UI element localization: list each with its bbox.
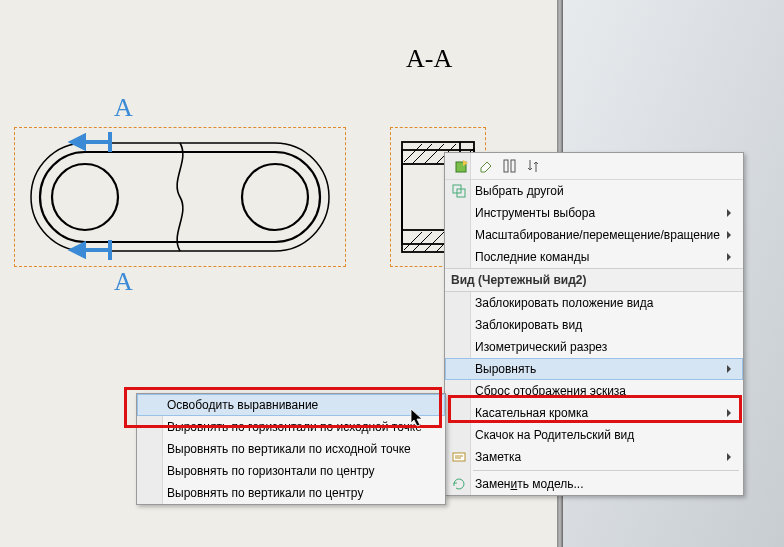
menu-item-label: Изометрический разрез	[475, 340, 607, 354]
section-mark-top: A	[114, 93, 133, 122]
menu-selection-tools[interactable]: Инструменты выбора	[445, 202, 743, 224]
menu-annotation[interactable]: Заметка	[445, 446, 743, 468]
select-other-icon	[451, 183, 467, 199]
menu-zoom-pan-rotate[interactable]: Масштабирование/перемещение/вращение	[445, 224, 743, 246]
submenu-align-horizontal-center[interactable]: Выровнять по горизонтали по центру	[137, 460, 445, 482]
section-mark-bottom: A	[114, 267, 133, 296]
menu-separator	[473, 470, 739, 471]
columns-icon[interactable]	[501, 157, 519, 175]
context-menu: Выбрать другой Инструменты выбора Масшта…	[444, 152, 744, 496]
replace-model-icon	[451, 476, 467, 492]
menu-lock-view-position[interactable]: Заблокировать положение вида	[445, 292, 743, 314]
svg-marker-7	[72, 244, 84, 256]
sort-icon[interactable]	[525, 157, 543, 175]
svg-rect-34	[453, 453, 465, 461]
svg-line-19	[424, 232, 444, 252]
svg-rect-31	[511, 160, 515, 172]
section-label: A-A	[406, 44, 452, 74]
menu-item-label: Заблокировать положение вида	[475, 296, 653, 310]
svg-line-17	[404, 232, 422, 250]
svg-rect-30	[504, 160, 508, 172]
context-toolbar	[445, 153, 743, 180]
menu-item-label: Выровнять	[475, 362, 536, 376]
menu-item-label: Выбрать другой	[475, 184, 564, 198]
menu-jump-to-parent[interactable]: Скачок на Родительский вид	[445, 424, 743, 446]
menu-replace-model[interactable]: Заменить модель...	[445, 473, 743, 495]
highlight-box-submenu	[124, 387, 442, 428]
menu-item-label: Выровнять по горизонтали по центру	[167, 464, 375, 478]
submenu-align-vertical-origin[interactable]: Выровнять по вертикали по исходной точке	[137, 438, 445, 460]
svg-line-13	[412, 144, 432, 164]
eraser-icon[interactable]	[477, 157, 495, 175]
menu-recent-commands[interactable]: Последние команды	[445, 246, 743, 268]
section-line[interactable]: A A	[60, 90, 180, 300]
menu-isometric-section[interactable]: Изометрический разрез	[445, 336, 743, 358]
props-icon[interactable]	[453, 157, 471, 175]
svg-line-12	[404, 144, 422, 162]
menu-item-label: Скачок на Родительский вид	[475, 428, 634, 442]
menu-item-label: Инструменты выбора	[475, 206, 595, 220]
svg-line-18	[412, 232, 432, 252]
highlight-box-align	[448, 395, 742, 423]
menu-item-label: Заменить модель...	[475, 477, 583, 491]
submenu-align-vertical-center[interactable]: Выровнять по вертикали по центру	[137, 482, 445, 504]
svg-line-14	[424, 144, 444, 164]
menu-item-label: Выровнять по вертикали по центру	[167, 486, 363, 500]
menu-item-label: Заметка	[475, 450, 521, 464]
note-icon	[451, 449, 467, 465]
svg-marker-4	[72, 136, 84, 148]
menu-align[interactable]: Выровнять	[445, 358, 743, 380]
menu-section-header: Вид (Чертежный вид2)	[445, 268, 743, 292]
menu-item-label: Выровнять по вертикали по исходной точке	[167, 442, 411, 456]
menu-select-other[interactable]: Выбрать другой	[445, 180, 743, 202]
menu-item-label: Последние команды	[475, 250, 589, 264]
svg-point-1	[242, 164, 308, 230]
menu-item-label: Заблокировать вид	[475, 318, 582, 332]
menu-lock-view[interactable]: Заблокировать вид	[445, 314, 743, 336]
menu-item-label: Масштабирование/перемещение/вращение	[475, 228, 720, 242]
